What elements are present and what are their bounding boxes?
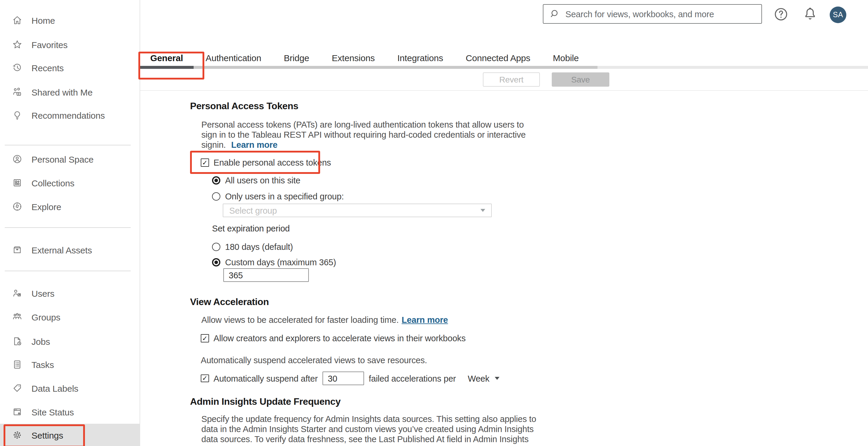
checkbox-checked-icon[interactable]: ✓	[201, 375, 209, 382]
sidebar-item-label: Collections	[31, 178, 74, 188]
tag-icon	[12, 383, 23, 393]
search-icon	[549, 8, 561, 20]
person-circle-icon	[12, 154, 23, 164]
tab-extensions[interactable]: Extensions	[332, 53, 375, 63]
suspend-period-dropdown[interactable]: Week	[468, 374, 499, 383]
radio-selected-icon[interactable]	[212, 258, 220, 267]
custom-days-input[interactable]	[223, 268, 309, 282]
document-clock-icon	[12, 336, 23, 347]
tab-underline-track	[140, 66, 868, 69]
sidebar-item-home[interactable]: Home	[0, 8, 140, 32]
sidebar-item-collections[interactable]: Collections	[0, 171, 140, 195]
groups-icon	[12, 312, 23, 322]
sidebar-item-users[interactable]: Users	[0, 281, 140, 305]
collections-grid-icon	[12, 177, 23, 188]
sidebar-item-recommendations[interactable]: Recommendations	[0, 103, 140, 127]
sidebar-item-recents[interactable]: Recents	[0, 56, 140, 79]
sidebar-item-label: Personal Space	[31, 154, 94, 164]
sidebar-item-external-assets[interactable]: External Assets	[0, 238, 140, 262]
sidebar-item-groups[interactable]: Groups	[0, 305, 140, 329]
pat-scope-group-row: Only users in a specified group:	[212, 192, 344, 201]
sidebar-divider	[5, 271, 131, 271]
tab-mobile[interactable]: Mobile	[553, 53, 579, 63]
sidebar-item-settings[interactable]: Settings	[0, 424, 140, 446]
group-select-placeholder: Select group	[229, 206, 277, 215]
failed-accelerations-input[interactable]	[322, 372, 364, 385]
suspend-note-row: Automatically suspend accelerated views …	[201, 355, 427, 365]
sidebar-item-label: Tasks	[31, 359, 54, 370]
group-select-dropdown[interactable]: Select group	[223, 204, 492, 217]
auto-suspend-label: Automatically suspend after	[214, 374, 318, 383]
admin-insights-section-title: Admin Insights Update Frequency	[190, 397, 341, 407]
view-acceleration-description-text: Allow views to be accelerated for faster…	[202, 315, 399, 324]
site-status-window-icon	[12, 407, 23, 417]
app-window: SA General Authentication Bridge Extensi…	[0, 0, 868, 446]
expiration-custom-row: Custom days (maximum 365)	[212, 258, 336, 267]
sidebar-item-label: Groups	[31, 312, 60, 322]
pat-learn-more-link[interactable]: Learn more	[231, 140, 277, 149]
notifications-bell-icon[interactable]	[802, 6, 818, 22]
sidebar-item-label: Settings	[31, 430, 63, 440]
checkbox-checked-icon[interactable]: ✓	[201, 159, 209, 167]
suspend-period-value: Week	[468, 374, 489, 383]
home-icon	[12, 15, 23, 26]
enable-pat-label: Enable personal access tokens	[214, 158, 331, 167]
view-acceleration-section-title: View Acceleration	[190, 297, 269, 307]
sidebar-item-site-status[interactable]: Site Status	[0, 400, 140, 424]
tab-connected-apps[interactable]: Connected Apps	[466, 53, 530, 63]
expiration-180-row: 180 days (default)	[212, 242, 293, 252]
pat-scope-group-label: Only users in a specified group:	[225, 192, 344, 201]
sidebar-item-explore[interactable]: Explore	[0, 195, 140, 218]
radio-unselected-icon[interactable]	[212, 192, 220, 201]
sidebar-item-data-labels[interactable]: Data Labels	[0, 376, 140, 400]
global-search	[543, 4, 762, 24]
expiration-180-label: 180 days (default)	[225, 242, 293, 252]
sidebar-item-tasks[interactable]: Tasks	[0, 352, 140, 376]
chevron-down-icon	[480, 209, 485, 212]
star-icon	[12, 39, 23, 50]
radio-selected-icon[interactable]	[212, 176, 220, 184]
auto-suspend-row: ✓ Automatically suspend after failed acc…	[201, 371, 499, 386]
save-button[interactable]: Save	[552, 72, 609, 87]
sidebar-divider	[5, 145, 131, 145]
view-acceleration-learn-more-link[interactable]: Learn more	[402, 315, 448, 324]
avatar[interactable]: SA	[830, 6, 846, 23]
sidebar-item-shared-with-me[interactable]: Shared with Me	[0, 80, 140, 104]
sidebar-item-jobs[interactable]: Jobs	[0, 330, 140, 353]
users-icon	[12, 288, 23, 299]
tab-general[interactable]: General	[150, 53, 183, 63]
gear-icon	[12, 430, 23, 440]
header-separator	[140, 90, 868, 91]
view-acceleration-description: Allow views to be accelerated for faster…	[202, 315, 448, 325]
pat-section-title: Personal Access Tokens	[190, 101, 299, 111]
sidebar-item-label: Recommendations	[31, 110, 105, 120]
tableau-settings-page: SA General Authentication Bridge Extensi…	[0, 0, 868, 446]
sidebar-item-label: Jobs	[31, 336, 50, 346]
checkbox-checked-icon[interactable]: ✓	[201, 335, 209, 342]
pat-description: Personal access tokens (PATs) are long-l…	[202, 120, 526, 150]
suspend-note-label: Automatically suspend accelerated views …	[201, 355, 427, 365]
tab-authentication[interactable]: Authentication	[206, 53, 261, 63]
tab-integrations[interactable]: Integrations	[397, 53, 443, 63]
shared-with-me-icon	[12, 87, 23, 97]
settings-tabs: General Authentication Bridge Extensions…	[150, 53, 579, 63]
sidebar: Home Favorites Recents	[0, 0, 140, 446]
expiration-period-label: Set expiration period	[212, 224, 290, 233]
sidebar-item-label: Shared with Me	[31, 87, 93, 97]
allow-acceleration-label: Allow creators and explorers to accelera…	[214, 334, 466, 343]
tab-bridge[interactable]: Bridge	[284, 53, 309, 63]
sidebar-item-favorites[interactable]: Favorites	[0, 33, 140, 56]
sidebar-item-personal-space[interactable]: Personal Space	[0, 147, 140, 171]
drawer-box-icon	[12, 244, 23, 255]
revert-button[interactable]: Revert	[483, 72, 540, 87]
sidebar-item-label: Users	[31, 288, 54, 298]
radio-unselected-icon[interactable]	[212, 243, 220, 251]
search-input[interactable]	[565, 9, 755, 19]
sidebar-item-label: Recents	[31, 63, 64, 73]
task-list-icon	[12, 359, 23, 370]
admin-insights-description: Specify the update frequency for Admin I…	[202, 414, 536, 445]
sidebar-item-label: Data Labels	[31, 383, 79, 393]
chevron-down-icon	[495, 377, 499, 380]
expiration-custom-label: Custom days (maximum 365)	[225, 258, 336, 267]
help-button[interactable]	[773, 6, 789, 22]
